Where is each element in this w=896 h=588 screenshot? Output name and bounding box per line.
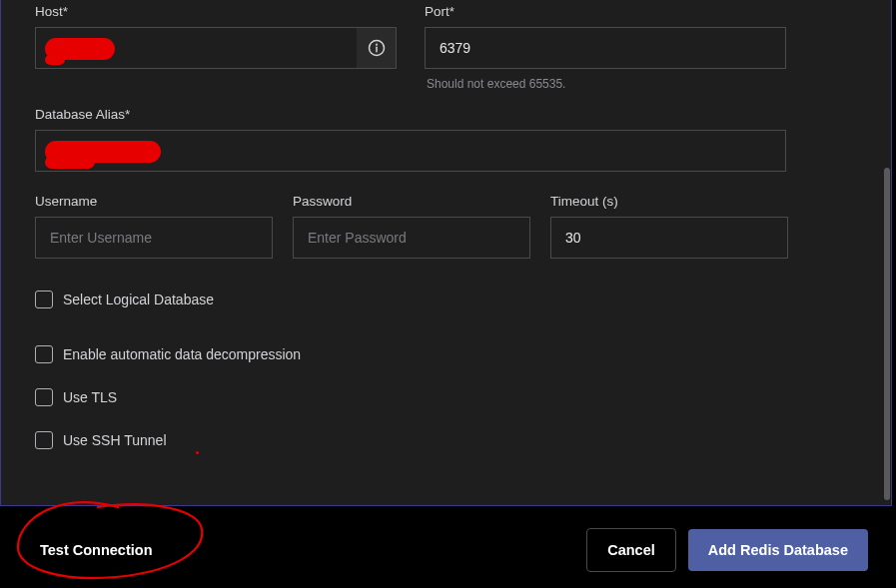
options-group: Select Logical Database Enable automatic… [35,291,857,449]
password-label: Password [293,194,530,209]
port-helper-text: Should not exceed 65535. [427,77,786,91]
field-host: Host* [35,4,397,91]
field-alias: Database Alias* [35,107,786,172]
username-input[interactable] [35,217,273,259]
port-input[interactable] [425,27,786,69]
select-logical-db-label: Select Logical Database [63,292,214,307]
use-ssh-tunnel-label: Use SSH Tunnel [63,432,167,448]
username-label: Username [35,194,273,209]
svg-point-2 [376,44,377,45]
annotation-dot [196,451,199,454]
host-input[interactable] [35,27,357,69]
use-ssh-tunnel-toggle[interactable]: Use SSH Tunnel [35,431,857,449]
row-alias: Database Alias* [35,107,857,172]
auto-decompression-toggle[interactable]: Enable automatic data decompression [35,345,857,363]
host-info-button[interactable] [357,27,397,69]
alias-label: Database Alias* [35,107,786,122]
scrollbar-thumb[interactable] [884,168,890,500]
cancel-button[interactable]: Cancel [586,528,676,572]
field-timeout: Timeout (s) [550,194,788,259]
alias-input[interactable] [35,130,786,172]
field-port: Port* Should not exceed 65535. [425,4,786,91]
row-host-port: Host* Port* [35,4,857,91]
checkbox-icon [35,388,53,406]
use-tls-label: Use TLS [63,389,117,405]
info-icon [368,39,386,57]
select-logical-db-toggle[interactable]: Select Logical Database [35,291,857,308]
checkbox-icon [35,291,53,308]
field-password: Password [293,194,530,259]
timeout-input[interactable] [550,217,788,259]
checkbox-icon [35,431,53,449]
password-input[interactable] [293,217,530,259]
form-scroll: Host* Port* [35,4,857,493]
test-connection-button[interactable]: Test Connection [28,529,165,571]
footer-bar: Test Connection Cancel Add Redis Databas… [0,506,896,588]
connection-form-panel: Host* Port* [0,0,892,506]
use-tls-toggle[interactable]: Use TLS [35,388,857,406]
scrollbar-track[interactable] [882,1,890,503]
auto-decompression-label: Enable automatic data decompression [63,346,301,362]
port-label: Port* [425,4,786,19]
row-credentials: Username Password Timeout (s) [35,194,857,259]
timeout-label: Timeout (s) [550,194,788,209]
field-username: Username [35,194,273,259]
host-label: Host* [35,4,397,19]
host-input-wrap [35,27,397,69]
checkbox-icon [35,345,53,363]
add-redis-database-button[interactable]: Add Redis Database [688,529,868,571]
